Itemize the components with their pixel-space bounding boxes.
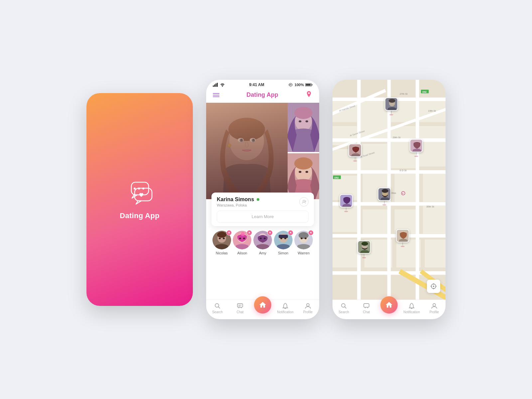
remove-badge-1[interactable]: ✕ <box>247 230 252 235</box>
svg-point-51 <box>243 238 245 239</box>
svg-point-1 <box>134 188 136 190</box>
splash-logo: Dating App <box>120 179 160 220</box>
menu-icon[interactable] <box>213 93 219 97</box>
svg-point-37 <box>299 171 301 173</box>
main-screen: 9:41 AM BT 100% Dating App <box>206 80 319 319</box>
home-fab-button[interactable] <box>254 296 271 314</box>
map-nav-notification-label: Notification <box>403 310 420 314</box>
suggested-name-2: Amy <box>259 251 266 255</box>
map-pin-4[interactable] <box>339 194 353 212</box>
nav-notification-label: Notification <box>277 310 293 314</box>
signal-area <box>213 83 225 87</box>
svg-rect-9 <box>215 83 216 87</box>
profile-location: Warszawa, Polska <box>217 203 259 207</box>
location-icon[interactable] <box>305 90 313 99</box>
svg-point-23 <box>250 138 256 142</box>
svg-text:19th St: 19th St <box>428 109 436 112</box>
map-pin-5[interactable] <box>396 229 409 247</box>
svg-text:27th St: 27th St <box>400 92 408 95</box>
svg-text:35th St: 35th St <box>426 205 435 208</box>
svg-rect-108 <box>332 271 446 275</box>
svg-point-64 <box>301 238 303 239</box>
svg-point-46 <box>223 238 225 239</box>
nav-profile[interactable]: Profile <box>297 303 319 314</box>
svg-point-21 <box>228 118 265 141</box>
main-profile-photo <box>206 103 288 199</box>
profile-info: Karina Simons Warszawa, Polska <box>217 197 309 207</box>
svg-rect-96 <box>416 80 419 172</box>
map-nav-profile[interactable]: Profile <box>423 303 446 314</box>
suggested-name-3: Simon <box>278 251 288 255</box>
suggested-user-0[interactable]: ✕ Nicolas <box>212 231 231 255</box>
learn-more-button[interactable]: Learn More <box>217 210 309 223</box>
map-pin-6[interactable] <box>357 240 371 258</box>
remove-badge-0[interactable]: ✕ <box>226 230 232 235</box>
svg-text:♥: ♥ <box>402 192 403 195</box>
svg-point-150 <box>433 286 434 287</box>
map-pin-2[interactable] <box>410 139 423 157</box>
suggested-user-3[interactable]: ✕ Simon <box>274 231 293 255</box>
svg-rect-10 <box>217 83 218 87</box>
remove-badge-2[interactable]: ✕ <box>267 230 273 235</box>
svg-rect-8 <box>214 84 215 87</box>
splash-screen: Dating App <box>86 93 193 306</box>
svg-point-71 <box>307 304 309 306</box>
svg-text:29th St: 29th St <box>393 136 401 139</box>
app-logo-icon <box>125 179 155 205</box>
map-pin-1[interactable] <box>348 144 362 162</box>
map-nav-chat-label: Chat <box>363 310 370 314</box>
map-pin-3[interactable] <box>378 188 391 205</box>
svg-rect-86 <box>394 174 419 206</box>
map-nav-search[interactable]: Search <box>332 303 355 314</box>
nav-profile-label: Profile <box>303 310 313 314</box>
map-nav-notification[interactable]: Notification <box>400 303 423 314</box>
svg-point-36 <box>294 157 313 170</box>
map-pin-0[interactable] <box>385 97 398 115</box>
svg-point-144 <box>361 242 368 246</box>
suggested-section: ✕ Nicolas <box>206 226 319 258</box>
suggested-name-1: Alison <box>237 251 247 255</box>
side-photos <box>288 103 319 199</box>
svg-rect-98 <box>387 170 391 241</box>
svg-rect-88 <box>423 172 446 202</box>
svg-text:D92: D92 <box>334 177 339 179</box>
nav-chat[interactable]: Chat <box>229 303 251 314</box>
nav-home[interactable] <box>251 303 274 314</box>
online-indicator <box>257 198 259 201</box>
remove-badge-4[interactable]: ✕ <box>308 230 314 235</box>
svg-text:D92: D92 <box>422 91 427 93</box>
nav-search[interactable]: Search <box>206 303 229 314</box>
suggested-user-1[interactable]: ✕ Alison <box>233 231 251 255</box>
svg-point-26 <box>241 139 242 141</box>
svg-text:6 D St: 6 D St <box>400 169 407 172</box>
add-friend-button[interactable] <box>299 197 309 206</box>
svg-rect-89 <box>423 205 446 234</box>
svg-point-55 <box>264 238 266 239</box>
svg-rect-99 <box>416 170 419 241</box>
suggested-user-2[interactable]: ✕ Amy <box>253 231 272 255</box>
svg-point-24 <box>240 139 243 142</box>
map-nav-chat[interactable]: Chat <box>355 303 378 314</box>
crosshair-button[interactable] <box>427 280 440 293</box>
app-header: Dating App <box>206 88 319 103</box>
svg-point-20 <box>229 122 264 160</box>
map-nav-home[interactable] <box>378 303 400 314</box>
svg-point-130 <box>389 99 395 103</box>
svg-marker-6 <box>136 201 141 204</box>
map-home-fab-button[interactable] <box>380 296 398 314</box>
suggested-user-4[interactable]: ✕ Warren <box>294 231 313 255</box>
status-time: 9:41 AM <box>249 82 264 87</box>
svg-point-32 <box>299 120 301 122</box>
svg-point-60 <box>284 238 286 239</box>
map-area[interactable]: 27th St 19th St 29th St 6 D St 35th St A… <box>332 80 446 300</box>
svg-rect-85 <box>362 209 391 236</box>
svg-point-28 <box>228 144 231 147</box>
profile-name: Karina Simons <box>217 197 254 202</box>
svg-point-54 <box>260 238 262 239</box>
remove-badge-3[interactable]: ✕ <box>288 230 293 235</box>
nav-notification[interactable]: Notification <box>274 303 297 314</box>
svg-point-31 <box>294 107 313 119</box>
side-photo-1 <box>288 103 319 153</box>
svg-point-44 <box>217 232 226 238</box>
svg-point-154 <box>433 304 436 306</box>
